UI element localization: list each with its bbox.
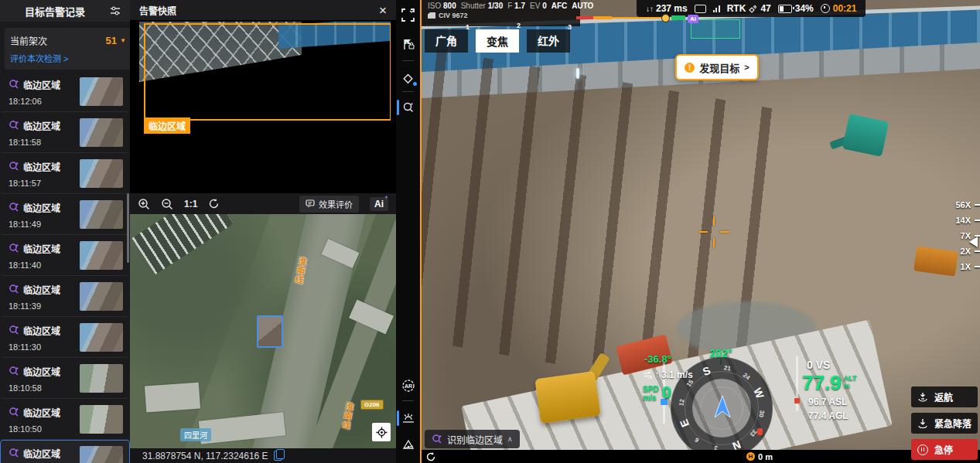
signal-strength-icon: [713, 5, 720, 12]
coordinates-text: 31.8878754 N, 117.2324616 E: [142, 451, 268, 461]
map-alert-location-box[interactable]: [257, 315, 283, 348]
alert-thumbnail[interactable]: [80, 200, 123, 229]
snapshot-image[interactable]: 临边区域: [139, 22, 391, 192]
viewport-layout-icon[interactable]: [396, 5, 420, 25]
tab-wide-angle[interactable]: 广角1: [425, 29, 468, 53]
alert-thumbnail[interactable]: [80, 77, 123, 106]
focus-mode[interactable]: AFC: [551, 2, 568, 10]
screen-share-icon[interactable]: [695, 5, 706, 13]
altitude-value: 77.9: [802, 373, 842, 393]
snapshot-toolbar: 1:1 效果评价 Ai: [130, 193, 396, 214]
map-river-label: 四里河: [180, 428, 211, 441]
zoom-tick: [975, 204, 980, 206]
alert-timestamp: 18:11:30: [9, 342, 80, 352]
alert-list-item[interactable]: 临边区域 18:10:50: [0, 399, 130, 440]
sortie-value: 51: [106, 35, 117, 46]
close-icon[interactable]: ×: [379, 4, 387, 17]
alert-list-item[interactable]: 临边区域 18:10:42: [0, 440, 130, 463]
refresh-icon[interactable]: [426, 452, 435, 461]
mini-map[interactable]: 淮南线 淮南线 G206 四里河: [130, 214, 396, 448]
zoom-scale[interactable]: 56X14X7X2X1X: [938, 197, 980, 274]
alert-list-item[interactable]: 临边区域 18:11:30: [0, 317, 130, 358]
ai-magnifier-icon: [9, 366, 19, 376]
zoom-in-icon[interactable]: [138, 198, 150, 210]
alert-list-item[interactable]: 临边区域 18:11:39: [0, 276, 130, 317]
tab-shortcut-number: 2: [517, 22, 521, 29]
zoom-pointer[interactable]: [969, 237, 978, 247]
ar-projection-icon[interactable]: AR: [396, 376, 420, 396]
alert-thumbnail[interactable]: [80, 364, 123, 393]
evaluate-detection-link[interactable]: 评价本次检测 >: [10, 52, 126, 64]
snapshot-viewer: 临边区域: [130, 20, 396, 193]
zoom-tick: [975, 266, 980, 267]
alert-list-item[interactable]: 临边区域 18:10:58: [0, 358, 130, 399]
link-knob[interactable]: [661, 14, 670, 22]
alert-label: 临边区域: [23, 365, 60, 378]
alert-timestamp: 18:11:58: [9, 138, 80, 147]
main-bottom-bar: H 0 m: [422, 450, 980, 463]
side-toolbar: AR: [396, 0, 420, 463]
iso-label: ISO: [428, 2, 441, 10]
sidebar-scrollbar[interactable]: [127, 193, 129, 263]
zoom-out-icon[interactable]: [161, 198, 173, 210]
alert-timestamp: 18:10:58: [9, 383, 80, 393]
compass-mark: 24: [742, 372, 752, 382]
wind-direction-arrow: ↑: [654, 369, 659, 380]
map-building: [145, 383, 200, 413]
target-found-popup[interactable]: ! 发现目标 >: [675, 54, 759, 80]
attitude-indicator-icon[interactable]: [396, 434, 420, 454]
alert-thumbnail[interactable]: [80, 446, 123, 463]
alert-thumbnail[interactable]: [80, 159, 123, 188]
effect-evaluate-button[interactable]: 效果评价: [299, 196, 359, 213]
alert-thumbnail[interactable]: [80, 118, 123, 147]
app-window: 目标告警记录 当前架次 51 ▼ 评价本次检测 > 临边区域 18:1: [0, 0, 980, 463]
emergency-stop-button[interactable]: 急停: [911, 439, 978, 460]
aperture-value: 1.7: [514, 2, 525, 10]
alert-thumbnail[interactable]: [80, 323, 123, 352]
latency-arrows-icon: ↓↑: [646, 5, 654, 13]
rtk-label[interactable]: RTK: [727, 3, 746, 14]
satellite-count: 47: [760, 3, 770, 14]
waypoint-lock-icon[interactable]: [396, 34, 420, 54]
latency-value: 237 ms: [656, 3, 688, 14]
altitude-gauge[interactable]: [796, 356, 798, 411]
zoom-level-label: 1X: [961, 262, 971, 271]
ai-recognition-icon[interactable]: [396, 97, 420, 117]
alert-timestamp: 18:12:06: [9, 97, 80, 106]
marker-diamond-icon[interactable]: [396, 68, 420, 88]
compass-mark: E: [678, 417, 691, 429]
locate-button[interactable]: [372, 423, 391, 441]
ai-enhance-button[interactable]: Ai: [370, 197, 388, 211]
filter-icon[interactable]: [110, 6, 130, 15]
camera-settings-bar: ISO 800 Shutter 1/30 F 1.7 EV 0 AFC AUTO…: [422, 0, 580, 26]
return-home-button[interactable]: 返航: [911, 386, 978, 407]
alert-thumbnail[interactable]: [80, 241, 123, 270]
ai-magnifier-icon: [9, 161, 19, 172]
ev-value: 0: [542, 2, 547, 10]
map-road-badge: G206: [360, 400, 384, 410]
sidebar-title: 目标告警记录: [0, 4, 110, 19]
alert-thumbnail[interactable]: [80, 282, 123, 311]
alert-list-item[interactable]: 临边区域 18:11:57: [0, 153, 130, 194]
tab-zoom[interactable]: 变焦2: [476, 29, 519, 53]
speed-info: SPDm/s 0: [643, 385, 671, 402]
exposure-mode[interactable]: AUTO: [572, 2, 593, 10]
alert-list-item[interactable]: 临边区域 18:11:40: [0, 235, 130, 276]
alert-list-item[interactable]: 临边区域 18:12:06: [0, 71, 130, 112]
alert-list-item[interactable]: 临边区域 18:11:58: [0, 112, 130, 153]
sortie-dropdown-caret[interactable]: ▼: [120, 37, 126, 44]
emergency-land-button[interactable]: 紧急降落: [911, 413, 978, 434]
copy-icon[interactable]: [274, 451, 282, 461]
alert-list-item[interactable]: 临边区域 18:11:49: [0, 194, 130, 235]
detection-bounding-box: [144, 23, 391, 121]
recognition-task-chip[interactable]: 识别临边区域 ∧: [425, 430, 520, 448]
zoom-level-label: 56X: [955, 200, 971, 209]
alert-label: 临边区域: [23, 283, 60, 296]
aperture-label: F: [507, 2, 512, 10]
alert-thumbnail[interactable]: [80, 405, 123, 434]
flight-timer: 00:21: [833, 3, 857, 14]
tab-infrared[interactable]: 红外3: [527, 29, 570, 53]
actual-size-button[interactable]: 1:1: [184, 199, 197, 209]
landing-view-icon[interactable]: [396, 408, 420, 428]
reset-rotate-icon[interactable]: [208, 198, 220, 209]
